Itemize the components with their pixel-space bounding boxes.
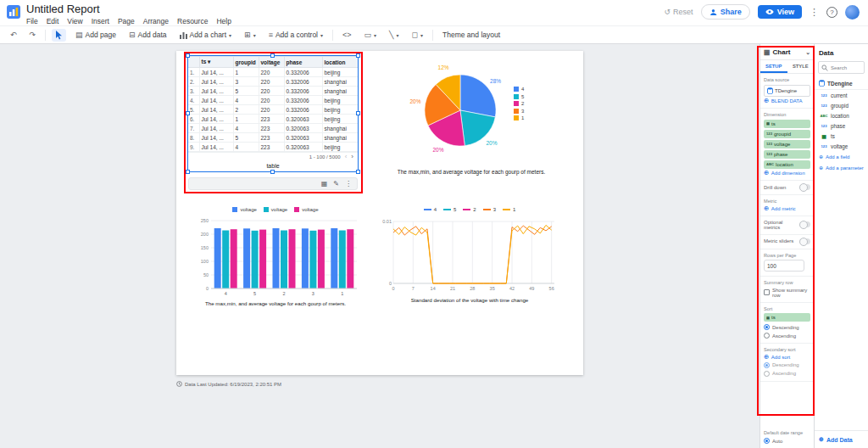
add-sort-button[interactable]: ⊕ Add sort <box>764 355 810 360</box>
column-header-voltage[interactable]: voltage <box>259 57 284 68</box>
table-cell: 5 <box>233 87 259 96</box>
selection-handle[interactable] <box>186 111 190 115</box>
radio-selected-icon[interactable] <box>764 324 770 330</box>
selection-handle[interactable] <box>270 170 275 174</box>
table-pagination: 1 - 100 / 5000 ‹ › <box>188 152 358 161</box>
quick-chart-icon[interactable]: ▦ <box>321 180 328 188</box>
sort-descending-option[interactable]: Descending <box>764 324 810 330</box>
secondary-descending-option[interactable]: Descending <box>764 362 810 368</box>
image-button[interactable]: ▭ ▾ <box>361 29 381 41</box>
field-groupid[interactable]: 123groupid <box>815 100 868 110</box>
drill-down-toggle[interactable] <box>799 184 810 190</box>
field-ts[interactable]: ▦ts <box>815 131 868 141</box>
line-chart[interactable]: 07142128354249560.010 <box>376 214 563 295</box>
selection-handle[interactable] <box>186 170 190 174</box>
rows-per-page-input[interactable]: 100 <box>764 260 804 272</box>
add-page-button[interactable]: ▤ Add page <box>72 29 120 41</box>
column-header-location[interactable]: location <box>322 57 358 68</box>
add-parameter-button[interactable]: ⊕ Add a parameter <box>815 162 868 173</box>
looker-studio-logo[interactable] <box>7 5 20 20</box>
column-header-groupid[interactable]: groupid <box>233 57 259 68</box>
add-sort-label: Add sort <box>771 355 790 360</box>
field-phase[interactable]: 123phase <box>815 120 868 131</box>
field-current[interactable]: 123current <box>815 90 868 100</box>
select-tool-button[interactable] <box>52 29 66 42</box>
blend-data-button[interactable]: ⊕ BLEND DATA <box>764 98 810 104</box>
metric-sliders-toggle[interactable] <box>799 238 810 244</box>
help-icon[interactable]: ? <box>826 7 837 18</box>
data-source-chip[interactable]: TDengine <box>764 85 810 97</box>
redo-button[interactable]: ↷ <box>26 29 40 41</box>
report-canvas[interactable]: ts ▾groupidvoltagephaselocation 1.Jul 14… <box>0 44 760 448</box>
selection-handle[interactable] <box>186 53 190 58</box>
theme-layout-button[interactable]: Theme and layout <box>439 29 504 41</box>
tab-setup[interactable]: SETUP <box>760 60 787 73</box>
next-page-icon[interactable]: › <box>351 154 353 160</box>
sort-field-chip[interactable]: ▦ts <box>764 313 810 322</box>
line-chart-block[interactable]: 45231 07142128354249560.010 Standard dev… <box>373 205 566 303</box>
selection-handle[interactable] <box>356 111 360 115</box>
view-button[interactable]: View <box>758 5 802 19</box>
shape-tool-button[interactable]: ◻ ▾ <box>409 29 427 41</box>
bar-chart[interactable]: 05010015020025045231 <box>191 214 360 299</box>
add-metric-button[interactable]: ⊕ Add metric <box>764 206 810 211</box>
quick-edit-icon[interactable]: ✎ <box>333 180 339 188</box>
table-chart[interactable]: ts ▾groupidvoltagephaselocation 1.Jul 14… <box>188 56 358 171</box>
dimension-chip-phase[interactable]: 123phase <box>764 150 810 159</box>
add-data-button[interactable]: ⊟ Add data <box>125 29 170 41</box>
add-dimension-button[interactable]: ⊕ Add dimension <box>764 171 810 176</box>
column-header-phase[interactable]: phase <box>284 57 322 68</box>
pie-chart[interactable]: 28%20%20%20%12% <box>380 58 563 166</box>
add-chart-button[interactable]: Add a chart ▾ <box>176 29 236 41</box>
secondary-ascending-option[interactable]: Ascending <box>764 371 810 377</box>
share-button[interactable]: Share <box>701 4 750 20</box>
optional-metrics-toggle[interactable] <box>799 221 810 227</box>
bar-chart-block[interactable]: voltagevoltagevoltage 050100150200250452… <box>186 205 364 306</box>
menu-file[interactable]: File <box>26 17 38 25</box>
tab-style[interactable]: STYLE <box>787 60 815 73</box>
date-range-auto-option[interactable]: Auto <box>764 438 810 444</box>
field-voltage[interactable]: 123voltage <box>815 141 868 151</box>
menu-page[interactable]: Page <box>118 17 135 25</box>
selection-handle[interactable] <box>356 53 360 58</box>
menu-arrange[interactable]: Arrange <box>143 17 169 25</box>
menu-edit[interactable]: Edit <box>47 17 59 25</box>
community-visualizations-button[interactable]: ⊞ ▾ <box>241 29 259 41</box>
reset-button[interactable]: ↺ Reset <box>665 8 693 16</box>
radio-selected-icon[interactable] <box>764 362 770 368</box>
column-header-ts[interactable]: ts ▾ <box>199 57 233 68</box>
radio-icon[interactable] <box>764 333 770 339</box>
menu-insert[interactable]: Insert <box>92 17 109 25</box>
add-field-button[interactable]: ⊕ Add a field <box>815 151 868 162</box>
avatar[interactable] <box>845 5 860 20</box>
pie-chart-block[interactable]: 28%20%20%20%12% 45231 The max,min, and a… <box>380 58 563 185</box>
field-search-input[interactable]: Search <box>818 61 865 74</box>
field-location[interactable]: ABClocation <box>815 110 868 120</box>
radio-icon[interactable] <box>764 371 770 377</box>
more-options-icon[interactable]: ⋮ <box>810 7 819 18</box>
selection-handle[interactable] <box>356 170 360 174</box>
embed-url-button[interactable]: <> <box>339 29 355 41</box>
dimension-chip-ts[interactable]: ▦ts <box>764 120 810 128</box>
prev-page-icon[interactable]: ‹ <box>345 154 348 160</box>
chevron-down-icon[interactable]: ⌄ <box>805 49 810 56</box>
add-control-button[interactable]: ≡ Add a control ▾ <box>265 29 326 41</box>
add-data-button-bottom[interactable]: ⊕ Add Data <box>815 430 868 448</box>
dimension-chip-location[interactable]: ABClocation <box>764 160 810 169</box>
sort-ascending-option[interactable]: Ascending <box>764 333 810 339</box>
undo-button[interactable]: ↶ <box>7 29 20 41</box>
radio-selected-icon[interactable] <box>764 438 770 444</box>
quick-more-options-icon[interactable]: ⋮ <box>345 180 352 188</box>
report-page[interactable]: ts ▾groupidvoltagephaselocation 1.Jul 14… <box>176 51 583 375</box>
dimension-chip-groupid[interactable]: 123groupid <box>764 130 810 138</box>
dimension-chip-voltage[interactable]: 123voltage <box>764 140 810 148</box>
report-title[interactable]: Untitled Report <box>26 3 231 15</box>
menu-help[interactable]: Help <box>216 17 231 25</box>
summary-row-checkbox[interactable] <box>764 289 770 295</box>
menu-resource[interactable]: Resource <box>177 17 208 25</box>
svg-text:20%: 20% <box>432 147 443 153</box>
data-source-row[interactable]: TDengine <box>815 77 868 90</box>
selection-handle[interactable] <box>270 53 275 58</box>
menu-view[interactable]: View <box>67 17 82 25</box>
line-tool-button[interactable]: ╲ ▾ <box>386 29 402 41</box>
